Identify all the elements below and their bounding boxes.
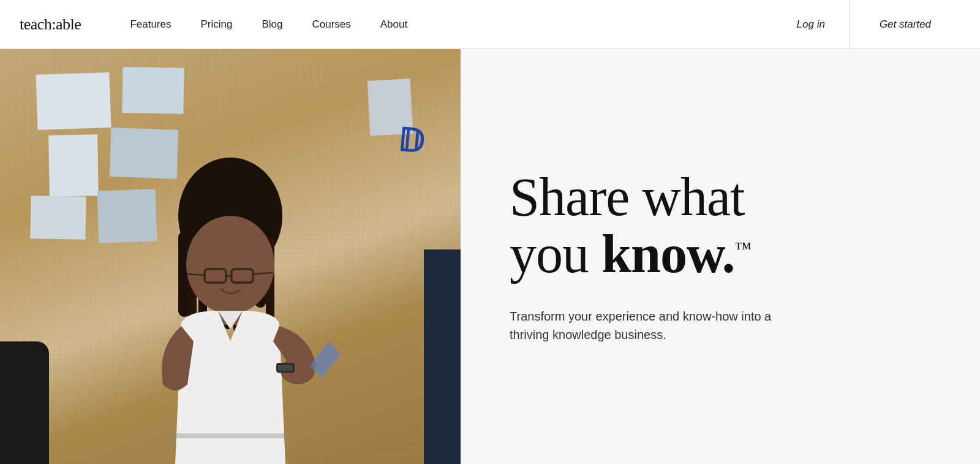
hero-subtitle: Transform your experience and know-how i… [510, 307, 804, 344]
board-paper [122, 67, 184, 114]
svg-rect-17 [278, 365, 293, 371]
board-paper [36, 72, 111, 130]
get-started-button[interactable]: Get started [850, 0, 960, 49]
header-auth: Log in Get started [772, 0, 960, 49]
headline-line2: you know.™ [510, 224, 751, 284]
nav-courses[interactable]: Courses [312, 18, 350, 31]
side-object-right [424, 249, 461, 464]
hero-content: Share what you know.™ Transform your exp… [461, 49, 980, 464]
headline-line1: Share what [510, 167, 744, 227]
trademark: ™ [735, 238, 751, 257]
side-object-left [0, 341, 49, 464]
nav-pricing[interactable]: Pricing [200, 18, 232, 31]
headline-bold-text: know. [601, 224, 735, 284]
board-paper [30, 196, 86, 240]
main-nav: Features Pricing Blog Courses About [130, 18, 772, 31]
nav-features[interactable]: Features [130, 18, 171, 31]
hero-headline: Share what you know.™ [510, 169, 931, 283]
svg-rect-18 [169, 433, 292, 438]
hero-section: 𝔻 [0, 49, 980, 464]
person-illustration [108, 108, 353, 464]
hero-image: 𝔻 [0, 49, 461, 464]
board-paper [48, 134, 99, 196]
svg-point-8 [186, 216, 274, 314]
site-header: teach:able Features Pricing Blog Courses… [0, 0, 980, 49]
headline-normal-text: you [510, 224, 601, 284]
logo[interactable]: teach:able [20, 15, 81, 34]
login-button[interactable]: Log in [772, 18, 850, 31]
nav-about[interactable]: About [380, 18, 407, 31]
board-letter: 𝔻 [396, 121, 425, 161]
nav-blog[interactable]: Blog [262, 18, 282, 31]
